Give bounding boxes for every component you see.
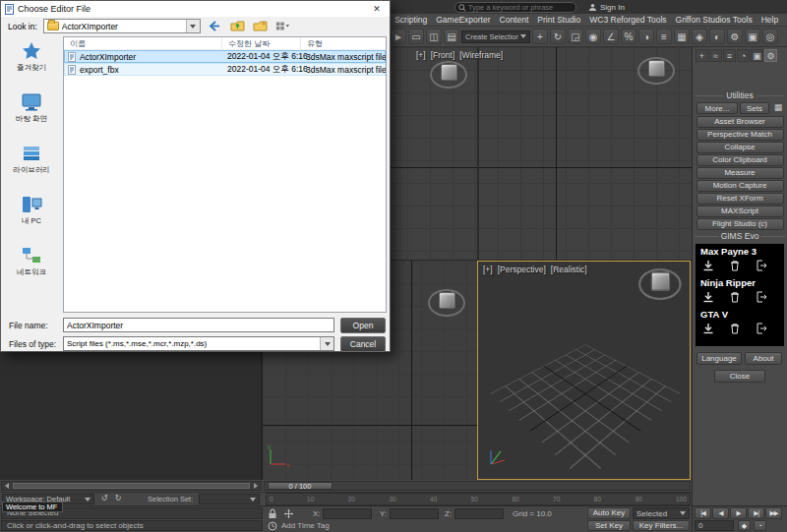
welcome-badge[interactable]: Welcome to MF [2,502,63,512]
select-object-icon[interactable]: ► [391,29,406,44]
set-key-button[interactable]: Set Key [587,520,631,531]
motion-capture-button[interactable]: Motion Capture [696,180,784,192]
column-type[interactable]: 유형 [300,37,386,49]
file-list[interactable]: 이름 수정한 날짜 유형 ActorXImporter 2022-01-04 오… [63,36,387,313]
new-folder-icon[interactable] [252,19,269,34]
search-box[interactable] [454,2,576,13]
close-icon[interactable]: ✕ [368,3,386,16]
viewport-perspective-name[interactable]: [Perspective] [498,265,546,274]
snaps-toggle-icon[interactable]: ◉ [585,29,601,44]
rendered-frame-icon[interactable]: ▣ [745,29,760,44]
flight-studio-button[interactable]: Flight Studio (c) [696,218,784,230]
z-coordinate-field[interactable] [454,508,504,519]
x-coordinate-field[interactable] [323,508,372,519]
chevron-down-icon[interactable] [186,20,200,32]
hierarchy-tab-icon[interactable]: ≡ [723,49,736,62]
sidebar-item-this-pc[interactable]: 내 PC [1,195,62,246]
select-and-rotate-icon[interactable]: ↻ [550,29,566,44]
menu-griffon-studios-tools[interactable]: Griffon Studios Tools [676,15,753,25]
selection-set-dropdown[interactable] [199,494,260,504]
viewcube[interactable] [637,53,677,89]
back-icon[interactable] [207,19,223,34]
viewcube[interactable] [428,285,467,321]
key-mode-toggle-button[interactable]: ◆ [738,520,751,531]
track-bar-ruler[interactable]: 0 10 20 30 40 50 60 70 80 90 100 [266,493,691,505]
rectangular-selection-icon[interactable]: ▭ [408,29,424,44]
display-tab-icon[interactable]: ▣ [751,49,763,62]
cancel-button[interactable]: Cancel [340,336,386,352]
key-filters-button[interactable]: Key Filters... [633,520,690,531]
viewport-divider-vertical[interactable] [477,47,479,261]
more-utilities-button[interactable]: More... [696,102,738,114]
auto-key-button[interactable]: Auto Key [587,507,631,519]
mirror-icon[interactable]: ◑ [638,29,654,44]
next-frame-button[interactable]: ▶| [748,507,764,519]
menu-gameexporter[interactable]: GameExporter [436,15,490,25]
create-tab-icon[interactable]: + [696,49,708,62]
file-row[interactable]: export_fbx 2022-01-04 오후 6:16 3dsMax max… [64,63,386,76]
scrollbar-thumb[interactable] [13,483,250,489]
key-set-dropdown[interactable]: Selected [633,507,690,519]
current-frame-field[interactable]: 0 [695,520,734,531]
material-editor-icon[interactable]: ◐ [709,29,725,44]
dialog-titlebar[interactable]: Choose Editor File ✕ [1,1,390,17]
color-clipboard-button[interactable]: Color Clipboard [696,154,784,166]
coordinate-mode-icon[interactable] [283,508,294,519]
render-production-icon[interactable]: ◎ [762,29,778,44]
column-name[interactable]: 이름 [64,38,221,49]
open-button[interactable]: Open [340,318,386,333]
configure-button-sets-icon[interactable]: ▦ [772,102,784,114]
up-one-level-icon[interactable] [229,19,246,34]
play-button[interactable]: ▶ [730,507,747,519]
selection-filter-dropdown[interactable]: Create Selection Se [461,30,530,43]
select-and-scale-icon[interactable]: ◲ [568,29,583,44]
viewport-front-menu[interactable]: [+] [416,50,426,60]
menu-scripting[interactable]: Scripting [394,15,427,25]
files-of-type-dropdown[interactable]: Script files (*.ms,*.mse,*.mcr,*.mzp,*.d… [63,336,334,351]
scroll-right-icon[interactable] [251,482,261,490]
percent-snap-icon[interactable]: % [621,29,636,44]
time-slider-handle[interactable]: 0 / 100 [268,482,333,490]
sidebar-item-desktop[interactable]: 바탕 화면 [1,92,62,144]
graph-editors-icon[interactable]: ◈ [692,29,707,44]
close-gims-button[interactable]: Close [714,370,765,383]
time-configuration-button[interactable]: ◔ [754,520,766,531]
asset-browser-button[interactable]: Asset Browser [696,116,784,128]
modify-tab-icon[interactable]: ≈ [709,49,722,62]
motion-tab-icon[interactable]: ◔ [737,49,750,62]
sets-button[interactable]: Sets [740,102,769,114]
angle-snap-icon[interactable]: ∠ [603,29,619,44]
export-icon[interactable] [755,322,768,335]
layer-manager-icon[interactable]: ▦ [674,29,690,44]
utilities-rollout-header[interactable]: Utilities [695,90,785,100]
reset-xform-button[interactable]: Reset XForm [696,193,784,205]
select-and-move-icon[interactable]: + [532,29,548,44]
viewcube[interactable] [430,57,469,92]
go-to-start-button[interactable]: |◀ [695,507,711,519]
viewcube[interactable] [638,264,684,304]
y-coordinate-field[interactable] [390,508,439,519]
viewport-perspective-menu[interactable]: [+] [483,265,493,274]
render-setup-icon[interactable]: ⚙ [727,29,743,44]
menu-help[interactable]: Help [761,15,778,25]
export-icon[interactable] [755,259,768,272]
download-icon[interactable] [701,290,715,304]
scroll-left-icon[interactable] [2,482,12,490]
menu-wc3-reforged-tools[interactable]: WC3 Reforged Tools [589,15,666,25]
language-button[interactable]: Language [696,352,742,365]
sidebar-item-libraries[interactable]: 라이브러리 [1,144,62,195]
about-button[interactable]: About [745,352,782,365]
time-slider-track[interactable]: 0 / 100 [264,481,691,491]
trash-icon[interactable] [728,322,742,335]
viewport-front-name[interactable]: [Front] [431,50,455,60]
download-icon[interactable] [701,259,715,272]
menu-content[interactable]: Content [500,15,529,25]
redo-icon[interactable]: ↻ [112,494,124,504]
align-icon[interactable]: ≡ [656,29,672,44]
look-in-dropdown[interactable]: ActorXImporter [43,19,201,33]
sign-in-button[interactable]: Sign In [588,1,625,13]
viewport-perspective-shading[interactable]: [Realistic] [551,265,587,274]
search-input[interactable] [468,3,573,12]
perspective-match-button[interactable]: Perspective Match [696,129,784,141]
column-date-modified[interactable]: 수정한 날짜 [221,37,300,49]
